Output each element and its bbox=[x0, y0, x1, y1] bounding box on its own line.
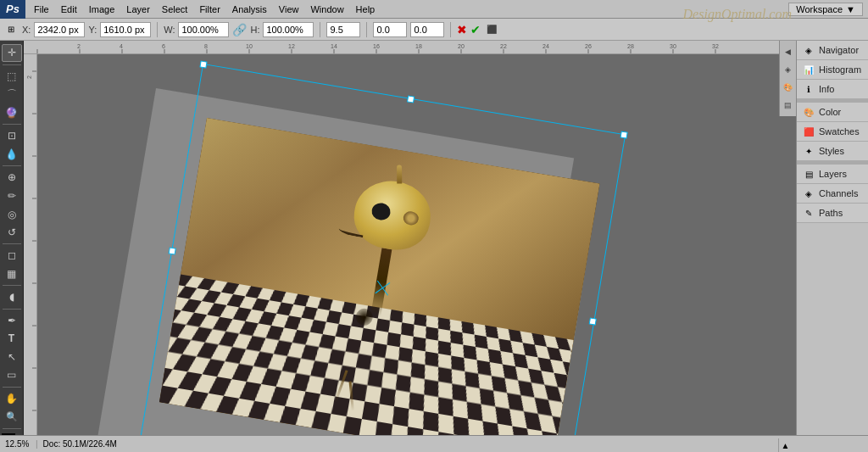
menu-analysis[interactable]: Analysis bbox=[227, 3, 272, 16]
panel-group-layers: ▤ Layers ◈ Channels ✎ Paths bbox=[797, 165, 868, 223]
menu-image[interactable]: Image bbox=[84, 3, 120, 16]
interpolation-icon[interactable]: ⬛ bbox=[484, 22, 499, 37]
menu-bar: Ps File Edit Image Layer Select Filter A… bbox=[0, 0, 868, 19]
crop-tool[interactable]: ⊡ bbox=[2, 127, 22, 145]
svg-text:24: 24 bbox=[542, 43, 549, 49]
doc-info: Doc: 50.1M/226.4M bbox=[43, 439, 117, 449]
navigator-icon: ◈ bbox=[802, 43, 815, 57]
navigator-label: Navigator bbox=[819, 45, 859, 55]
shape-tool[interactable]: ▭ bbox=[2, 366, 22, 384]
svg-text:28: 28 bbox=[627, 43, 634, 49]
skull-right-eye bbox=[403, 210, 420, 226]
panel-item-layers[interactable]: ▤ Layers bbox=[797, 165, 868, 184]
menu-view[interactable]: View bbox=[274, 3, 304, 16]
chain-icon[interactable]: 🔗 bbox=[232, 23, 247, 36]
right-panel: ◈ Navigator 📊 Histogram ℹ Info 🎨 Color 🟥… bbox=[796, 41, 868, 452]
svg-text:4: 4 bbox=[120, 43, 123, 49]
panel-item-channels[interactable]: ◈ Channels bbox=[797, 184, 868, 204]
panel-item-color[interactable]: 🎨 Color bbox=[797, 103, 868, 122]
transform-icon: ⊞ bbox=[3, 22, 19, 37]
svg-text:14: 14 bbox=[331, 43, 337, 49]
menu-filter[interactable]: Filter bbox=[194, 3, 225, 16]
commit-transform-icon[interactable]: ✔ bbox=[470, 23, 481, 36]
info-icon: ℹ bbox=[802, 82, 815, 96]
panel-item-info[interactable]: ℹ Info bbox=[797, 80, 868, 99]
pen-tool[interactable]: ✒ bbox=[2, 312, 22, 330]
move-tool[interactable]: ✛ bbox=[2, 44, 22, 62]
separator-4 bbox=[450, 22, 451, 37]
cancel-transform-icon[interactable]: ✖ bbox=[457, 23, 467, 36]
history-brush-tool[interactable]: ↺ bbox=[2, 224, 22, 242]
canvas-area[interactable]: 2 4 6 8 10 12 14 16 18 20 22 24 26 28 30… bbox=[24, 41, 796, 452]
color-label: Color bbox=[819, 107, 841, 117]
dodge-tool[interactable]: ◖ bbox=[2, 288, 22, 306]
eraser-tool[interactable]: ◻ bbox=[2, 247, 22, 265]
workspace-button[interactable]: Workspace ▼ bbox=[788, 3, 863, 16]
histogram-icon: 📊 bbox=[802, 63, 815, 76]
spot-heal-tool[interactable]: ⊕ bbox=[2, 169, 22, 187]
menu-window[interactable]: Window bbox=[305, 3, 348, 16]
tool-sep-7 bbox=[3, 387, 21, 388]
svg-text:10: 10 bbox=[246, 43, 253, 49]
y-label: Y: bbox=[88, 25, 97, 35]
tool-sep-2 bbox=[3, 124, 21, 125]
angle-input[interactable] bbox=[326, 22, 360, 37]
svg-text:8: 8 bbox=[204, 43, 208, 49]
panel-item-paths[interactable]: ✎ Paths bbox=[797, 204, 868, 223]
options-bar: ⊞ X: Y: W: 🔗 H: ✖ ✔ ⬛ bbox=[0, 19, 868, 41]
skull-head bbox=[349, 176, 436, 255]
y-input[interactable] bbox=[100, 22, 151, 37]
menu-items: File Edit Image Layer Select Filter Anal… bbox=[25, 3, 380, 16]
channels-label: Channels bbox=[819, 188, 858, 198]
text-tool[interactable]: T bbox=[2, 330, 22, 348]
path-select-tool[interactable]: ↖ bbox=[2, 349, 22, 366]
menu-layer[interactable]: Layer bbox=[121, 3, 155, 16]
gradient-tool[interactable]: ▦ bbox=[2, 265, 22, 283]
x-input[interactable] bbox=[34, 22, 85, 37]
styles-icon: ✦ bbox=[802, 144, 815, 158]
menu-file[interactable]: File bbox=[29, 3, 54, 16]
scroll-up-btn[interactable]: ▲ bbox=[778, 438, 792, 452]
paths-icon: ✎ bbox=[802, 206, 815, 220]
clone-tool[interactable]: ◎ bbox=[2, 205, 22, 223]
panel-item-swatches[interactable]: 🟥 Swatches bbox=[797, 122, 868, 142]
svg-text:22: 22 bbox=[500, 43, 507, 49]
vskew-input[interactable] bbox=[410, 22, 444, 37]
h-input[interactable] bbox=[263, 22, 314, 37]
hskew-input[interactable] bbox=[373, 22, 407, 37]
ruler-left: 2 bbox=[24, 54, 37, 435]
lasso-tool[interactable]: ⌒ bbox=[2, 86, 22, 103]
hand-tool[interactable]: ✋ bbox=[2, 390, 22, 408]
svg-text:2: 2 bbox=[26, 75, 32, 79]
swatches-label: Swatches bbox=[819, 126, 860, 137]
panel-item-styles[interactable]: ✦ Styles bbox=[797, 142, 868, 161]
eyedropper-tool[interactable]: 💧 bbox=[2, 146, 22, 164]
separator-3 bbox=[366, 22, 367, 37]
panel-item-navigator[interactable]: ◈ Navigator bbox=[797, 41, 868, 60]
zoom-tool[interactable]: 🔍 bbox=[2, 408, 22, 426]
brush-tool[interactable]: ✏ bbox=[2, 187, 22, 205]
menu-select[interactable]: Select bbox=[157, 3, 193, 16]
panel-item-histogram[interactable]: 📊 Histogram bbox=[797, 60, 868, 80]
panel-icon-navigator[interactable]: ◈ bbox=[781, 62, 796, 77]
info-label: Info bbox=[819, 84, 834, 94]
status-bar: 12.5% | Doc: 50.1M/226.4M ▲ bbox=[0, 435, 868, 452]
panel-icon-layers[interactable]: ▤ bbox=[781, 98, 796, 113]
tool-sep-3 bbox=[3, 165, 21, 166]
svg-rect-0 bbox=[24, 41, 796, 54]
menu-help[interactable]: Help bbox=[351, 3, 381, 16]
separator-1 bbox=[157, 22, 158, 37]
svg-text:30: 30 bbox=[670, 43, 676, 49]
panel-icon-color[interactable]: 🎨 bbox=[781, 80, 796, 95]
menu-edit[interactable]: Edit bbox=[56, 3, 82, 16]
marquee-tool[interactable]: ⬚ bbox=[2, 68, 22, 86]
panel-toggle-1[interactable]: ◀ bbox=[781, 44, 796, 59]
w-input[interactable] bbox=[178, 22, 229, 37]
quick-select-tool[interactable]: 🔮 bbox=[2, 104, 22, 122]
w-label: W: bbox=[164, 25, 175, 35]
ps-logo: Ps bbox=[0, 0, 25, 19]
channels-icon: ◈ bbox=[802, 187, 815, 200]
tool-sep-1 bbox=[3, 64, 21, 65]
main-area: ✛ ⬚ ⌒ 🔮 ⊡ 💧 ⊕ ✏ ◎ ↺ ◻ ▦ ◖ ✒ T ↖ ▭ ✋ 🔍 bbox=[0, 41, 868, 452]
skull-left-eye bbox=[370, 202, 392, 221]
